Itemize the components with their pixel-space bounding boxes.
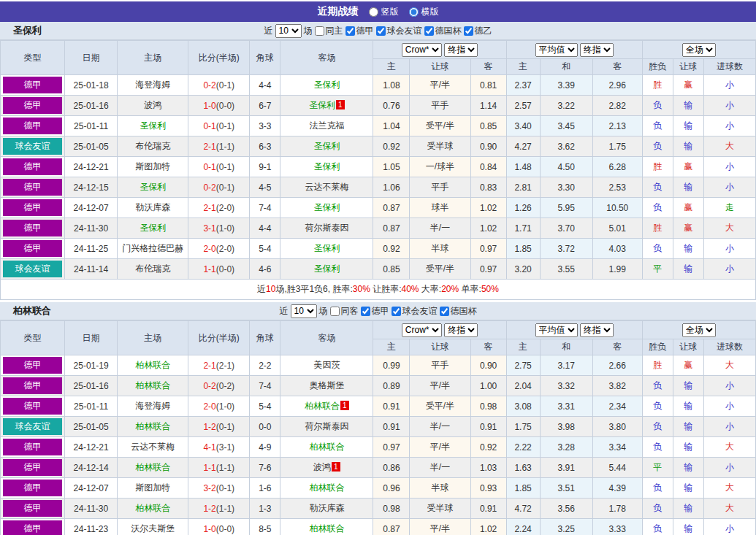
corners-cell: 5-4 (250, 239, 280, 259)
filter-controls: 近10场同主德甲球会友谊德国杯德乙 (264, 24, 492, 38)
odds-final-select[interactable]: 终指 (444, 323, 478, 337)
match-row: 德甲24-12-15圣保利0-2(0-1)4-5云达不莱梅1.06平手0.832… (1, 177, 756, 198)
euro-odds-home: 3.08 (506, 396, 540, 417)
match-row: 德甲24-12-21斯图加特0-1(0-1)9-1圣保利1.05一/球半0.84… (1, 157, 756, 177)
halftime-score: (0-1) (216, 162, 234, 172)
outcome-winloss: 负 (642, 239, 673, 259)
fulltime-score: 1-2 (203, 504, 215, 514)
asian-odds-away: 1.03 (470, 458, 506, 478)
euro-odds-away: 1.99 (592, 259, 642, 280)
asian-odds-away: 0.93 (470, 478, 506, 499)
odds-book-select[interactable]: Crow* (402, 323, 442, 337)
subheader-cell: 让球 (410, 339, 470, 355)
asian-odds-away: 0.97 (470, 259, 506, 280)
fulltime-score: 2-1 (203, 361, 215, 371)
euro-odds-away: 5.01 (592, 218, 642, 239)
euro-odds-draw: 3.56 (540, 499, 592, 519)
league-filter-input[interactable] (392, 307, 401, 316)
avg-final-select[interactable]: 终指 (580, 323, 614, 337)
header-0: 类型 (1, 321, 65, 355)
away-team: 荷尔斯泰因 (280, 417, 373, 437)
avg-final-select[interactable]: 终指 (580, 43, 614, 57)
league-badge: 德甲 (3, 377, 62, 394)
same-venue-input[interactable] (315, 26, 324, 36)
match-row: 球会友谊24-11-14布伦瑞克1-1(0-0)4-6圣保利0.85受平/半0.… (1, 259, 756, 280)
avg-select[interactable]: 平均值 (535, 323, 578, 337)
fulltime-score: 0-1 (203, 162, 215, 172)
league-cell: 德甲 (1, 157, 65, 177)
euro-odds-draw: 3.17 (540, 355, 592, 376)
league-filter-input[interactable] (361, 307, 370, 316)
euro-odds-home: 2.22 (506, 437, 540, 458)
games-count-select[interactable]: 10 (275, 24, 302, 38)
home-team-name: 柏林联合 (135, 503, 170, 513)
summary-segment: 50% (481, 284, 499, 294)
league-filter-checkbox[interactable]: 德甲 (345, 25, 374, 37)
league-filter-input[interactable] (440, 307, 449, 316)
league-filter-checkbox[interactable]: 德国杯 (424, 25, 462, 37)
asian-odds-away: 0.84 (470, 157, 506, 177)
home-team-name: 沃尔夫斯堡 (131, 523, 175, 534)
fulltime-score: 2-1 (203, 203, 215, 213)
corners-cell: 7-4 (250, 376, 280, 396)
vertical-radio-input[interactable] (369, 7, 378, 17)
away-team-name: 圣保利 (313, 263, 340, 274)
corners-cell: 1-6 (250, 478, 280, 499)
league-filter-checkbox[interactable]: 德乙 (464, 25, 492, 37)
layout-radio-vertical[interactable]: 竖版 (369, 6, 399, 18)
odds-final-select[interactable]: 终指 (444, 43, 478, 57)
asian-odds-home: 1.04 (373, 116, 410, 136)
match-date: 25-01-05 (65, 417, 118, 437)
outcome-winloss: 负 (642, 437, 673, 458)
home-team-name: 布伦瑞克 (135, 263, 170, 274)
outcome-winloss: 胜 (642, 355, 673, 376)
league-filter-checkbox[interactable]: 德甲 (361, 305, 389, 317)
scope-select[interactable]: 全场 (682, 323, 716, 337)
games-count-select[interactable]: 10 (291, 304, 317, 318)
team-section: 柏林联合近10场同客德甲球会友谊德国杯类型日期主场比分(半场)角球客场Crow*… (0, 302, 756, 535)
score-cell: 3-1(1-0) (188, 218, 250, 239)
corners-cell: 4-4 (250, 75, 280, 96)
same-venue-checkbox[interactable]: 同客 (330, 305, 359, 317)
same-venue-input[interactable] (330, 307, 340, 316)
league-filter-input[interactable] (464, 26, 473, 36)
league-badge: 球会友谊 (3, 261, 62, 277)
layout-radio-horizontal[interactable]: 横版 (409, 6, 439, 18)
away-team: 柏林联合 (280, 437, 373, 458)
summary-segment: 单率: (459, 284, 481, 294)
odds-select-group: Crow* 终指 (373, 321, 506, 339)
fulltime-score: 0-2 (203, 182, 215, 193)
euro-odds-draw: 3.72 (540, 239, 592, 259)
league-filter-input[interactable] (345, 26, 355, 36)
asian-odds-home: 0.87 (373, 198, 410, 218)
league-filter-checkbox[interactable]: 球会友谊 (392, 305, 438, 317)
summary-segment: 大率: (419, 284, 442, 294)
asian-odds-home: 0.76 (373, 96, 410, 116)
subheader-cell: 主 (506, 339, 540, 355)
horizontal-radio-input[interactable] (409, 7, 419, 17)
subheader-cell: 胜负 (642, 339, 673, 355)
match-date: 25-01-11 (65, 396, 118, 417)
asian-odds-home: 0.91 (373, 417, 410, 437)
home-team-name: 门兴格拉德巴赫 (122, 243, 183, 253)
header-3: 比分(半场) (188, 41, 250, 75)
scope-select[interactable]: 全场 (682, 43, 716, 57)
score-cell: 0-1(0-1) (188, 157, 250, 177)
away-team-name: 奥格斯堡 (309, 380, 344, 390)
same-venue-checkbox[interactable]: 同主 (315, 25, 343, 37)
asian-odds-home: 0.87 (373, 519, 410, 535)
league-filter-checkbox[interactable]: 球会友谊 (376, 25, 422, 37)
away-team-name: 圣保利 (309, 100, 335, 110)
odds-book-select[interactable]: Crow* (402, 43, 442, 57)
avg-select[interactable]: 平均值 (535, 43, 578, 57)
home-team: 波鸿 (118, 96, 188, 116)
handicap-line: 半/一 (410, 417, 470, 437)
league-filter-input[interactable] (376, 26, 386, 36)
league-filter-input[interactable] (424, 26, 434, 36)
league-filter-checkbox[interactable]: 德国杯 (440, 305, 477, 317)
outcome-handicap: 输 (673, 396, 703, 417)
outcome-handicap: 输 (673, 96, 703, 116)
home-team-name: 圣保利 (140, 120, 166, 131)
league-cell: 球会友谊 (1, 259, 65, 280)
header-select-row: 类型日期主场比分(半场)角球客场Crow* 终指平均值 终指全场 (1, 321, 756, 339)
